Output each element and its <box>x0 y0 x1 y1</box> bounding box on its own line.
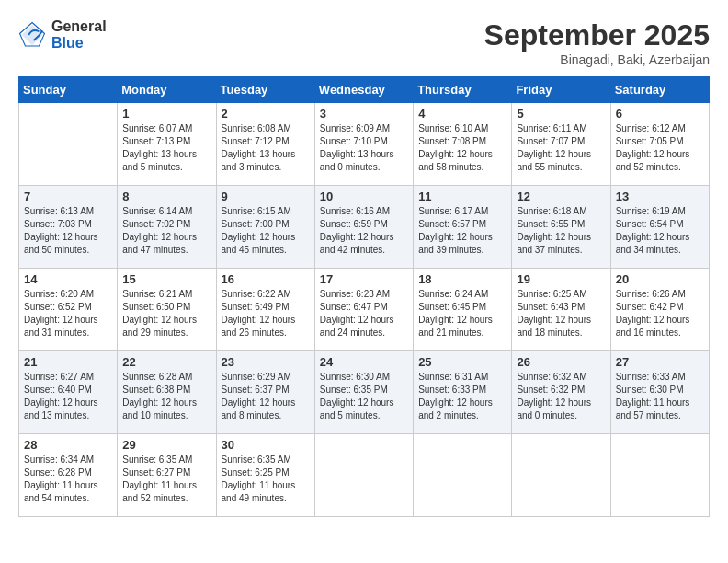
day-number: 29 <box>122 438 210 452</box>
calendar-cell: 3Sunrise: 6:09 AMSunset: 7:10 PMDaylight… <box>314 103 413 186</box>
day-info: Sunrise: 6:22 AMSunset: 6:49 PMDaylight:… <box>222 288 310 339</box>
day-number: 11 <box>418 190 506 203</box>
calendar-cell: 13Sunrise: 6:19 AMSunset: 6:54 PMDayligh… <box>610 186 709 269</box>
calendar-cell <box>512 434 610 517</box>
month-title: September 2025 <box>484 18 710 52</box>
calendar-cell: 1Sunrise: 6:07 AMSunset: 7:13 PMDaylight… <box>118 103 216 186</box>
day-number: 16 <box>222 272 310 286</box>
calendar-cell: 16Sunrise: 6:22 AMSunset: 6:49 PMDayligh… <box>216 269 314 351</box>
day-number: 13 <box>616 190 704 203</box>
day-number: 12 <box>517 190 605 203</box>
day-info: Sunrise: 6:27 AMSunset: 6:40 PMDaylight:… <box>24 371 112 422</box>
calendar-cell: 20Sunrise: 6:26 AMSunset: 6:42 PMDayligh… <box>610 269 709 351</box>
day-info: Sunrise: 6:15 AMSunset: 7:00 PMDaylight:… <box>222 205 310 257</box>
day-info: Sunrise: 6:33 AMSunset: 6:30 PMDaylight:… <box>616 371 704 422</box>
calendar-cell: 9Sunrise: 6:15 AMSunset: 7:00 PMDaylight… <box>216 186 314 269</box>
calendar-week-row: 7Sunrise: 6:13 AMSunset: 7:03 PMDaylight… <box>19 186 710 269</box>
day-number: 9 <box>222 190 310 203</box>
day-info: Sunrise: 6:24 AMSunset: 6:45 PMDaylight:… <box>418 288 506 339</box>
day-info: Sunrise: 6:31 AMSunset: 6:33 PMDaylight:… <box>418 371 506 422</box>
day-number: 3 <box>320 107 408 121</box>
day-number: 2 <box>222 107 310 121</box>
page-header: General Blue September 2025 Binagadi, Ba… <box>18 18 710 67</box>
calendar-cell: 2Sunrise: 6:08 AMSunset: 7:12 PMDaylight… <box>216 103 314 186</box>
calendar-cell: 6Sunrise: 6:12 AMSunset: 7:05 PMDaylight… <box>610 103 709 186</box>
day-of-week-header: Wednesday <box>314 77 413 103</box>
day-number: 25 <box>418 355 506 369</box>
day-info: Sunrise: 6:34 AMSunset: 6:28 PMDaylight:… <box>24 454 112 505</box>
calendar-cell: 7Sunrise: 6:13 AMSunset: 7:03 PMDaylight… <box>19 186 118 269</box>
day-info: Sunrise: 6:13 AMSunset: 7:03 PMDaylight:… <box>24 205 112 257</box>
day-info: Sunrise: 6:35 AMSunset: 6:27 PMDaylight:… <box>122 454 210 505</box>
calendar-cell: 21Sunrise: 6:27 AMSunset: 6:40 PMDayligh… <box>19 351 118 434</box>
day-number: 22 <box>122 355 210 369</box>
day-number: 30 <box>222 438 310 452</box>
calendar-cell: 24Sunrise: 6:30 AMSunset: 6:35 PMDayligh… <box>314 351 413 434</box>
calendar-cell: 23Sunrise: 6:29 AMSunset: 6:37 PMDayligh… <box>216 351 314 434</box>
day-info: Sunrise: 6:26 AMSunset: 6:42 PMDaylight:… <box>616 288 704 339</box>
day-info: Sunrise: 6:11 AMSunset: 7:07 PMDaylight:… <box>517 122 605 174</box>
day-of-week-header: Sunday <box>19 77 118 103</box>
day-info: Sunrise: 6:25 AMSunset: 6:43 PMDaylight:… <box>517 288 605 339</box>
calendar-cell: 8Sunrise: 6:14 AMSunset: 7:02 PMDaylight… <box>118 186 216 269</box>
day-of-week-header: Monday <box>118 77 216 103</box>
day-info: Sunrise: 6:19 AMSunset: 6:54 PMDaylight:… <box>616 205 704 257</box>
day-info: Sunrise: 6:21 AMSunset: 6:50 PMDaylight:… <box>122 288 210 339</box>
day-number: 21 <box>24 355 112 369</box>
calendar-header-row: SundayMondayTuesdayWednesdayThursdayFrid… <box>19 77 710 103</box>
day-of-week-header: Friday <box>512 77 610 103</box>
day-of-week-header: Thursday <box>414 77 512 103</box>
calendar-week-row: 14Sunrise: 6:20 AMSunset: 6:52 PMDayligh… <box>19 269 710 351</box>
day-number: 8 <box>122 190 210 203</box>
calendar-cell: 30Sunrise: 6:35 AMSunset: 6:25 PMDayligh… <box>216 434 314 517</box>
day-number: 18 <box>418 272 506 286</box>
calendar-cell: 10Sunrise: 6:16 AMSunset: 6:59 PMDayligh… <box>314 186 413 269</box>
calendar-cell: 19Sunrise: 6:25 AMSunset: 6:43 PMDayligh… <box>512 269 610 351</box>
calendar-cell: 29Sunrise: 6:35 AMSunset: 6:27 PMDayligh… <box>118 434 216 517</box>
title-block: September 2025 Binagadi, Baki, Azerbaija… <box>484 18 710 67</box>
day-of-week-header: Saturday <box>610 77 709 103</box>
logo: General Blue <box>18 18 107 51</box>
calendar-cell: 27Sunrise: 6:33 AMSunset: 6:30 PMDayligh… <box>610 351 709 434</box>
logo-text: General Blue <box>51 18 107 51</box>
calendar-cell: 18Sunrise: 6:24 AMSunset: 6:45 PMDayligh… <box>414 269 512 351</box>
location-subtitle: Binagadi, Baki, Azerbaijan <box>484 52 710 67</box>
day-info: Sunrise: 6:17 AMSunset: 6:57 PMDaylight:… <box>418 205 506 257</box>
day-info: Sunrise: 6:28 AMSunset: 6:38 PMDaylight:… <box>122 371 210 422</box>
calendar-cell: 11Sunrise: 6:17 AMSunset: 6:57 PMDayligh… <box>414 186 512 269</box>
day-number: 5 <box>517 107 605 121</box>
day-info: Sunrise: 6:09 AMSunset: 7:10 PMDaylight:… <box>320 122 408 174</box>
day-number: 4 <box>418 107 506 121</box>
day-number: 24 <box>320 355 408 369</box>
calendar-week-row: 1Sunrise: 6:07 AMSunset: 7:13 PMDaylight… <box>19 103 710 186</box>
calendar-cell: 15Sunrise: 6:21 AMSunset: 6:50 PMDayligh… <box>118 269 216 351</box>
calendar-cell: 22Sunrise: 6:28 AMSunset: 6:38 PMDayligh… <box>118 351 216 434</box>
calendar-week-row: 28Sunrise: 6:34 AMSunset: 6:28 PMDayligh… <box>19 434 710 517</box>
calendar-cell: 25Sunrise: 6:31 AMSunset: 6:33 PMDayligh… <box>414 351 512 434</box>
day-number: 28 <box>24 438 112 452</box>
calendar-cell <box>610 434 709 517</box>
day-number: 19 <box>517 272 605 286</box>
day-info: Sunrise: 6:07 AMSunset: 7:13 PMDaylight:… <box>122 122 210 174</box>
logo-icon <box>18 21 46 49</box>
calendar-cell: 14Sunrise: 6:20 AMSunset: 6:52 PMDayligh… <box>19 269 118 351</box>
calendar-cell: 28Sunrise: 6:34 AMSunset: 6:28 PMDayligh… <box>19 434 118 517</box>
day-info: Sunrise: 6:20 AMSunset: 6:52 PMDaylight:… <box>24 288 112 339</box>
day-info: Sunrise: 6:29 AMSunset: 6:37 PMDaylight:… <box>222 371 310 422</box>
day-info: Sunrise: 6:35 AMSunset: 6:25 PMDaylight:… <box>222 454 310 505</box>
calendar-cell <box>314 434 413 517</box>
calendar-table: SundayMondayTuesdayWednesdayThursdayFrid… <box>18 76 710 517</box>
logo-general-text: General <box>51 18 107 35</box>
calendar-cell: 5Sunrise: 6:11 AMSunset: 7:07 PMDaylight… <box>512 103 610 186</box>
day-number: 17 <box>320 272 408 286</box>
day-number: 7 <box>24 190 112 203</box>
calendar-cell: 12Sunrise: 6:18 AMSunset: 6:55 PMDayligh… <box>512 186 610 269</box>
day-number: 14 <box>24 272 112 286</box>
day-number: 23 <box>222 355 310 369</box>
calendar-cell: 17Sunrise: 6:23 AMSunset: 6:47 PMDayligh… <box>314 269 413 351</box>
calendar-cell <box>19 103 118 186</box>
day-number: 1 <box>122 107 210 121</box>
day-of-week-header: Tuesday <box>216 77 314 103</box>
day-info: Sunrise: 6:14 AMSunset: 7:02 PMDaylight:… <box>122 205 210 257</box>
day-number: 27 <box>616 355 704 369</box>
